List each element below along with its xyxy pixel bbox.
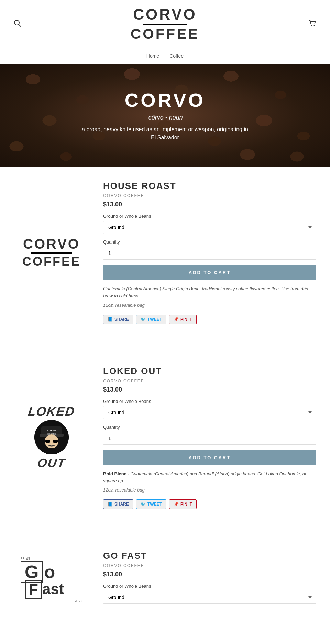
social-share-buttons-2: 📘 SHARE 🐦 TWEET 📌 PIN IT — [103, 499, 316, 509]
product-title: HOUSE ROAST — [103, 181, 316, 191]
pinterest-share-button-2[interactable]: 📌 PIN IT — [169, 499, 197, 509]
add-to-cart-button-2[interactable]: ADD TO CART — [103, 450, 316, 465]
product-description: Guatemala (Central America) Single Origi… — [103, 285, 316, 300]
pinterest-icon: 📌 — [174, 502, 179, 507]
select-label: Ground or Whole Beans — [103, 399, 316, 404]
add-to-cart-button[interactable]: ADD TO CART — [103, 265, 316, 280]
svg-text:CORVO: CORVO — [47, 429, 56, 432]
product-loked-out: LOKED CORVO COFFEE — [14, 366, 316, 530]
header: CORVO COFFEE — [0, 0, 330, 48]
product-brand: CORVO COFFEE — [103, 379, 316, 383]
product-price: $13.00 — [103, 201, 316, 208]
pinterest-share-button[interactable]: 📌 PIN IT — [169, 315, 197, 324]
ground-or-whole-select[interactable]: Ground Whole Beans — [103, 221, 316, 234]
hero-subtitle: 'côrvo - noun — [79, 114, 251, 121]
social-share-buttons: 📘 SHARE 🐦 TWEET 📌 PIN IT — [103, 315, 316, 324]
facebook-icon: 📘 — [108, 502, 113, 507]
hero-title: CORVO — [79, 89, 251, 111]
logo-line1: CORVO — [21, 7, 309, 22]
product-price: $13.00 — [103, 571, 316, 578]
twitter-share-button-2[interactable]: 🐦 TWEET — [136, 499, 166, 509]
twitter-icon: 🐦 — [141, 502, 146, 507]
product-title: Go Fast — [103, 551, 316, 561]
bag-size: 12oz. resealable bag — [103, 487, 316, 493]
quantity-label: Quantity — [103, 425, 316, 430]
product-house-roast: CORVO COFFEE HOUSE ROAST CORVO COFFEE $1… — [14, 181, 316, 345]
twitter-icon: 🐦 — [141, 317, 146, 322]
facebook-share-button-2[interactable]: 📘 SHARE — [103, 499, 133, 509]
site-logo: CORVO COFFEE — [21, 7, 309, 41]
pinterest-icon: 📌 — [174, 317, 179, 322]
select-label: Ground or Whole Beans — [103, 584, 316, 589]
search-icon[interactable] — [14, 20, 21, 29]
facebook-share-button[interactable]: 📘 SHARE — [103, 315, 133, 324]
cart-icon[interactable] — [309, 20, 316, 29]
product-brand: CORVO COFFEE — [103, 563, 316, 568]
svg-point-3 — [314, 25, 315, 26]
product-brand: CORVO COFFEE — [103, 193, 316, 198]
product-details-house-roast: HOUSE ROAST CORVO COFFEE $13.00 Ground o… — [103, 181, 316, 324]
product-details-go-fast: Go Fast CORVO COFFEE $13.00 Ground or Wh… — [103, 551, 316, 609]
nav-home[interactable]: Home — [146, 53, 159, 59]
quantity-input-2[interactable] — [103, 432, 316, 445]
product-image-loked-out: LOKED CORVO COFFEE — [14, 366, 89, 509]
quantity-label: Quantity — [103, 239, 316, 245]
ground-or-whole-select-3[interactable]: Ground Whole Beans — [103, 591, 316, 604]
facebook-icon: 📘 — [108, 317, 113, 322]
product-price: $13.00 — [103, 386, 316, 393]
product-title: LOKED OUT — [103, 366, 316, 376]
hero-banner: CORVO 'côrvo - noun a broad, heavy knife… — [0, 64, 330, 167]
svg-rect-11 — [53, 440, 58, 443]
svg-rect-10 — [45, 440, 50, 443]
svg-line-1 — [19, 24, 21, 26]
products-list: CORVO COFFEE HOUSE ROAST CORVO COFFEE $1… — [0, 167, 330, 644]
twitter-share-button[interactable]: 🐦 TWEET — [136, 315, 166, 324]
bag-size: 12oz. resealable bag — [103, 303, 316, 308]
product-go-fast: 08:45 G o F ast 4:20 Go Fast CORVO COFFE… — [14, 551, 316, 630]
nav-coffee[interactable]: Coffee — [169, 53, 184, 59]
description-bold: Bold Blend — [103, 471, 127, 476]
select-label: Ground or Whole Beans — [103, 214, 316, 219]
quantity-input[interactable] — [103, 247, 316, 260]
svg-point-2 — [311, 25, 312, 26]
ground-or-whole-select-2[interactable]: Ground Whole Beans — [103, 406, 316, 419]
logo-line2: COFFEE — [21, 27, 309, 41]
navigation: Home Coffee — [0, 48, 330, 64]
product-details-loked-out: LOKED OUT CORVO COFFEE $13.00 Ground or … — [103, 366, 316, 509]
product-image-go-fast: 08:45 G o F ast 4:20 — [14, 551, 89, 609]
product-description: Bold Blend · Guatemala (Central America)… — [103, 471, 316, 485]
product-image-house-roast: CORVO COFFEE — [14, 181, 89, 324]
hero-description: a broad, heavy knife used as an implemen… — [79, 125, 251, 142]
